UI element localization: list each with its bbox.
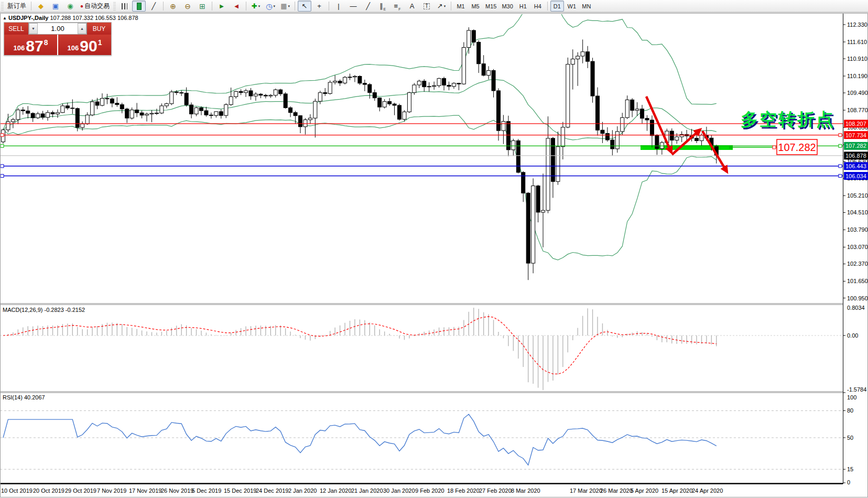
price-tick-label: 103.070 xyxy=(847,244,868,250)
timeframe-button-M1[interactable]: M1 xyxy=(454,1,468,12)
arrows-tool-button[interactable]: ↗ ▾ xyxy=(435,1,448,12)
one-click-trading-panel: SELL ▼ 1.00 ▲ BUY 106878 106901 xyxy=(4,22,112,56)
crosshair-tool-button[interactable]: + xyxy=(312,1,326,12)
market-watch-button[interactable]: ▣ xyxy=(49,1,62,12)
periods-button[interactable]: ◷ ▾ xyxy=(264,1,277,12)
rsi-scale-label: 15 xyxy=(847,466,853,472)
zoom-in-button[interactable]: ⊕ xyxy=(166,1,180,12)
candle-body xyxy=(452,83,455,86)
navigator-button[interactable]: ◉ xyxy=(63,1,77,12)
chevron-down-icon: ▾ xyxy=(273,4,275,8)
channel-tool-button[interactable]: ∥ E xyxy=(376,1,389,12)
candle-body xyxy=(442,79,446,85)
bar-chart-mode-button[interactable] xyxy=(117,1,131,12)
toolbar-separator xyxy=(329,2,329,10)
volume-decrease-button[interactable]: ▼ xyxy=(29,23,38,34)
price-tick-label: 100.950 xyxy=(847,295,868,301)
price-tick-label: 103.790 xyxy=(847,226,868,233)
candle-body xyxy=(497,91,501,131)
timeframe-button-MN[interactable]: MN xyxy=(580,1,593,12)
candle-body xyxy=(635,109,639,111)
text-tool-button[interactable]: A xyxy=(405,1,419,12)
candlestick-mode-button[interactable] xyxy=(132,1,146,12)
price-tick-label: 101.650 xyxy=(847,278,868,284)
template-icon: ▦ xyxy=(280,3,287,9)
candle-body xyxy=(422,81,426,87)
buy-button[interactable]: BUY xyxy=(87,23,111,35)
fibonacci-icon: ≡ xyxy=(394,3,398,9)
candle-body xyxy=(155,113,158,114)
toolbar-separator xyxy=(451,2,451,10)
fibonacci-tool-button[interactable]: ≡ F xyxy=(390,1,404,12)
candle-body xyxy=(269,95,273,96)
candle-body xyxy=(61,106,64,113)
candle-body xyxy=(194,108,198,114)
timeframe-button-M5[interactable]: M5 xyxy=(469,1,482,12)
buy-price-quote[interactable]: 106901 xyxy=(58,35,111,55)
price-tick-label: 112.330 xyxy=(847,21,867,28)
symbol-period-label: USDJPY-,Daily xyxy=(8,15,48,21)
candle-body xyxy=(615,132,619,149)
trendline-tool-button[interactable]: ╱ xyxy=(361,1,375,12)
chart-cube-icon: ◆ xyxy=(38,3,44,9)
candle-body xyxy=(566,64,570,127)
chart-window-button[interactable]: ◆ xyxy=(34,1,48,12)
candle-body xyxy=(531,186,535,264)
price-tick-label: 110.910 xyxy=(847,56,867,62)
candle-body xyxy=(214,112,218,115)
line-chart-mode-button[interactable]: ╱ xyxy=(147,1,160,12)
horizontal-line-tool-button[interactable]: — xyxy=(346,1,360,12)
candle-body xyxy=(492,71,495,91)
macd-scale-label: 0.8034 xyxy=(847,305,865,311)
timeframe-button-M15[interactable]: M15 xyxy=(483,1,498,12)
timeframe-button-M30[interactable]: M30 xyxy=(500,1,515,12)
candle-body xyxy=(393,104,396,105)
timeframe-button-D1[interactable]: D1 xyxy=(550,1,564,12)
candle-body xyxy=(294,113,297,116)
candle-body xyxy=(81,124,84,127)
chevron-down-icon: ▾ xyxy=(444,4,446,8)
new-order-button[interactable]: 新订单 xyxy=(5,1,28,12)
indicators-button[interactable]: ✚ ▾ xyxy=(249,1,263,12)
timeframe-button-H4[interactable]: H4 xyxy=(531,1,545,12)
auto-scroll-button[interactable]: ▶ xyxy=(215,1,229,12)
volume-input[interactable]: 1.00 xyxy=(38,23,78,34)
cursor-tool-button[interactable]: ↖ xyxy=(298,1,311,12)
timeframe-button-W1[interactable]: W1 xyxy=(565,1,579,12)
auto-trading-button[interactable]: ● 自动交易 xyxy=(78,1,112,12)
candle-body xyxy=(541,210,545,212)
candle-body xyxy=(135,110,139,113)
candle-body xyxy=(378,98,382,107)
timeframe-button-H1[interactable]: H1 xyxy=(516,1,530,12)
candle-body xyxy=(95,102,99,105)
zoom-out-button[interactable]: ⊖ xyxy=(181,1,194,12)
text-label-icon: T xyxy=(424,3,430,9)
sell-price-quote[interactable]: 106878 xyxy=(4,35,57,55)
candle-body xyxy=(150,113,154,114)
volume-increase-button[interactable]: ▲ xyxy=(78,23,86,34)
candle-body xyxy=(546,138,550,210)
tile-windows-button[interactable]: ⊞ xyxy=(196,1,209,12)
candle-body xyxy=(51,113,55,114)
macd-label: MACD(12,26,9) -0.2823 -0.2152 xyxy=(3,307,85,313)
candle-body xyxy=(165,104,168,106)
line-handle xyxy=(839,165,842,168)
sell-button[interactable]: SELL xyxy=(4,23,28,35)
candle-body xyxy=(551,138,555,181)
text-label-tool-button[interactable]: T xyxy=(420,1,433,12)
toolbar-separator xyxy=(246,2,246,10)
candle-body xyxy=(244,91,248,93)
chart-shift-button[interactable]: ◀ xyxy=(230,1,243,12)
vertical-line-tool-button[interactable]: | xyxy=(332,1,345,12)
line-handle xyxy=(839,175,842,178)
chart-canvas[interactable]: 多空转折点多空转折点107.282112.330111.610110.91011… xyxy=(0,13,868,498)
candle-body xyxy=(21,110,25,111)
price-tick-label: 109.490 xyxy=(847,90,868,96)
template-button[interactable]: ▦ ▾ xyxy=(278,1,292,12)
candle-body xyxy=(289,108,292,113)
candle-body xyxy=(249,91,253,96)
date-axis-label: 12 Jan 2020 xyxy=(320,488,352,494)
candle-body xyxy=(605,134,609,140)
candle-body xyxy=(209,115,213,115)
panel-collapse-arrow[interactable]: ▲ xyxy=(3,16,7,20)
